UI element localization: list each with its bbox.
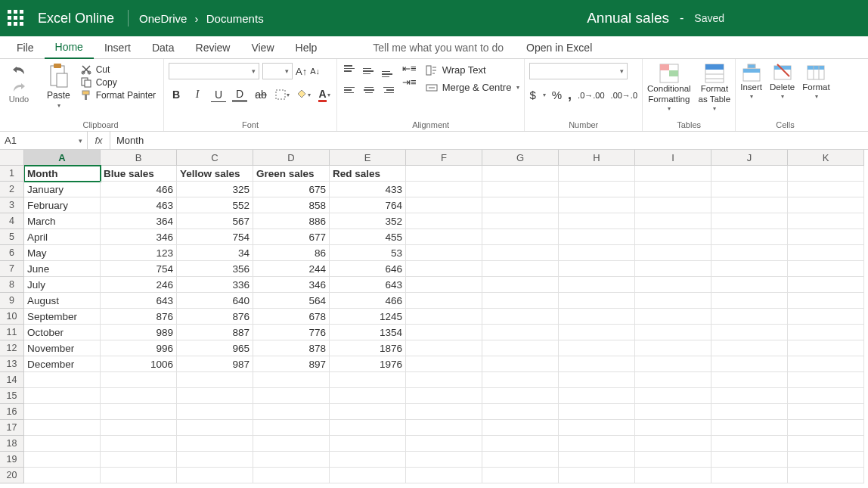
cell-C5[interactable]: 754 xyxy=(177,229,253,245)
cell-G9[interactable] xyxy=(482,293,559,309)
cell-E16[interactable] xyxy=(330,404,406,420)
cell-E13[interactable]: 1976 xyxy=(330,356,406,372)
cell-E7[interactable]: 646 xyxy=(330,261,406,277)
currency-button[interactable]: $ xyxy=(529,89,535,101)
cell-C19[interactable] xyxy=(177,452,253,468)
align-right-button[interactable] xyxy=(380,82,396,98)
cell-J10[interactable] xyxy=(711,309,788,325)
cell-B19[interactable] xyxy=(101,452,177,468)
cell-C10[interactable]: 876 xyxy=(177,309,253,325)
open-in-excel-link[interactable]: Open in Excel xyxy=(526,42,592,54)
double-underline-button[interactable]: D xyxy=(232,87,247,102)
cell-G3[interactable] xyxy=(482,197,559,213)
row-header-9[interactable]: 9 xyxy=(0,293,24,309)
cell-I17[interactable] xyxy=(635,420,711,436)
cell-F17[interactable] xyxy=(406,420,482,436)
format-as-table-button[interactable]: Format as Table▾ xyxy=(699,63,731,112)
cell-K17[interactable] xyxy=(788,420,864,436)
cell-H7[interactable] xyxy=(559,261,635,277)
cell-G15[interactable] xyxy=(482,388,559,404)
chevron-down-icon[interactable]: ▾ xyxy=(516,84,519,91)
insert-cells-button[interactable]: Insert▾ xyxy=(740,63,762,100)
cell-D10[interactable]: 678 xyxy=(253,309,330,325)
percent-button[interactable]: % xyxy=(552,89,562,101)
cell-C18[interactable] xyxy=(177,436,253,452)
row-header-1[interactable]: 1 xyxy=(0,166,24,182)
cell-C12[interactable]: 965 xyxy=(177,340,253,356)
cell-B10[interactable]: 876 xyxy=(101,309,177,325)
number-format-select[interactable] xyxy=(529,63,628,79)
cell-D12[interactable]: 878 xyxy=(253,340,330,356)
column-header-D[interactable]: D xyxy=(253,150,330,166)
cell-D2[interactable]: 675 xyxy=(253,182,330,197)
cell-E20[interactable] xyxy=(330,468,406,483)
cell-E5[interactable]: 455 xyxy=(330,229,406,245)
cell-A19[interactable] xyxy=(24,452,101,468)
cell-C9[interactable]: 640 xyxy=(177,293,253,309)
cell-I15[interactable] xyxy=(635,388,711,404)
cell-J2[interactable] xyxy=(711,182,788,197)
cell-B6[interactable]: 123 xyxy=(101,245,177,261)
format-cells-button[interactable]: Format▾ xyxy=(802,63,829,100)
cell-D7[interactable]: 244 xyxy=(253,261,330,277)
cell-A8[interactable]: July xyxy=(24,277,101,293)
cell-C7[interactable]: 356 xyxy=(177,261,253,277)
cell-G11[interactable] xyxy=(482,325,559,340)
cell-F11[interactable] xyxy=(406,325,482,340)
strikethrough-button[interactable]: ab xyxy=(253,87,268,102)
row-header-8[interactable]: 8 xyxy=(0,277,24,293)
align-middle-button[interactable] xyxy=(361,63,377,79)
row-header-6[interactable]: 6 xyxy=(0,245,24,261)
cell-D17[interactable] xyxy=(253,420,330,436)
row-header-10[interactable]: 10 xyxy=(0,309,24,325)
cell-C4[interactable]: 567 xyxy=(177,213,253,229)
cell-I18[interactable] xyxy=(635,436,711,452)
increase-font-button[interactable]: A↑ xyxy=(296,66,307,77)
cell-A15[interactable] xyxy=(24,388,101,404)
cell-E4[interactable]: 352 xyxy=(330,213,406,229)
cell-E1[interactable]: Red sales xyxy=(330,166,406,182)
cell-A20[interactable] xyxy=(24,468,101,483)
cell-J8[interactable] xyxy=(711,277,788,293)
decrease-indent-button[interactable]: ⇤≡ xyxy=(402,63,417,74)
cell-I1[interactable] xyxy=(635,166,711,182)
cell-F20[interactable] xyxy=(406,468,482,483)
cell-K14[interactable] xyxy=(788,372,864,388)
cell-J6[interactable] xyxy=(711,245,788,261)
breadcrumb[interactable]: OneDrive › Documents xyxy=(139,12,264,25)
cell-F3[interactable] xyxy=(406,197,482,213)
cell-J1[interactable] xyxy=(711,166,788,182)
menu-file[interactable]: File xyxy=(6,37,45,58)
cell-A11[interactable]: October xyxy=(24,325,101,340)
column-header-C[interactable]: C xyxy=(177,150,253,166)
row-header-12[interactable]: 12 xyxy=(0,340,24,356)
increase-decimal-button[interactable]: .0→.00 xyxy=(578,91,604,100)
cell-G19[interactable] xyxy=(482,452,559,468)
column-header-G[interactable]: G xyxy=(482,150,559,166)
cell-G18[interactable] xyxy=(482,436,559,452)
row-header-4[interactable]: 4 xyxy=(0,213,24,229)
menu-help[interactable]: Help xyxy=(285,37,328,58)
cell-H8[interactable] xyxy=(559,277,635,293)
cell-G17[interactable] xyxy=(482,420,559,436)
cell-J12[interactable] xyxy=(711,340,788,356)
cell-H20[interactable] xyxy=(559,468,635,483)
cell-J9[interactable] xyxy=(711,293,788,309)
format-painter-button[interactable]: Format Painter xyxy=(81,90,156,101)
cell-F2[interactable] xyxy=(406,182,482,197)
column-header-B[interactable]: B xyxy=(101,150,177,166)
cell-K6[interactable] xyxy=(788,245,864,261)
cell-H15[interactable] xyxy=(559,388,635,404)
cell-I12[interactable] xyxy=(635,340,711,356)
cell-I9[interactable] xyxy=(635,293,711,309)
chevron-down-icon[interactable]: ▾ xyxy=(781,93,784,101)
cell-F14[interactable] xyxy=(406,372,482,388)
underline-button[interactable]: U xyxy=(211,87,226,102)
column-header-F[interactable]: F xyxy=(406,150,482,166)
cell-B7[interactable]: 754 xyxy=(101,261,177,277)
cell-D14[interactable] xyxy=(253,372,330,388)
column-header-H[interactable]: H xyxy=(559,150,635,166)
cell-G2[interactable] xyxy=(482,182,559,197)
chevron-down-icon[interactable]: ▾ xyxy=(750,93,753,101)
cell-H16[interactable] xyxy=(559,404,635,420)
